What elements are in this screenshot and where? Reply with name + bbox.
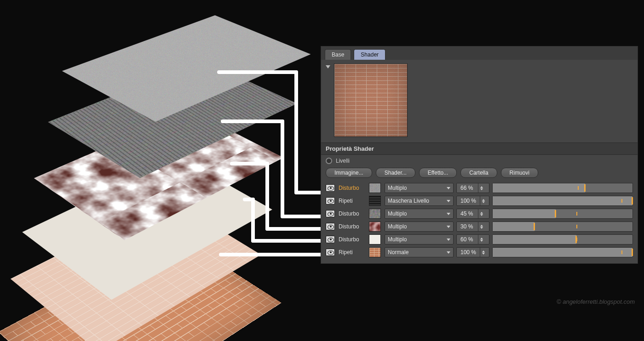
shader-panel: Base Shader Proprietà Shader Livelli Imm… xyxy=(321,46,638,264)
layer-row[interactable]: DisturboMultiplo60 % xyxy=(326,233,633,246)
spinner-arrows-icon[interactable] xyxy=(478,222,484,231)
opacity-slider[interactable] xyxy=(492,222,633,232)
opacity-slider[interactable] xyxy=(492,209,633,219)
rimuovi-button[interactable]: Rimuovi xyxy=(501,168,538,178)
immagine-button[interactable]: Immagine... xyxy=(326,168,372,178)
chevron-down-icon xyxy=(447,200,450,202)
opacity-spinner[interactable]: 60 % xyxy=(456,234,489,244)
blend-mode-select[interactable]: Normale xyxy=(385,247,454,257)
opacity-slider[interactable] xyxy=(492,247,633,257)
layer-name[interactable]: Disturbo xyxy=(339,223,366,230)
opacity-slider[interactable] xyxy=(492,183,633,193)
layer-thumbnail[interactable] xyxy=(369,247,381,257)
visibility-toggle-icon[interactable] xyxy=(326,223,335,230)
opacity-slider[interactable] xyxy=(492,234,633,244)
opacity-spinner[interactable]: 100 % xyxy=(456,247,489,257)
blend-mode-select[interactable]: Multiplo xyxy=(385,209,454,219)
layer-name[interactable]: Ripeti xyxy=(339,249,366,256)
opacity-slider[interactable] xyxy=(492,196,633,206)
layer-thumbnail[interactable] xyxy=(369,222,381,232)
opacity-spinner[interactable]: 30 % xyxy=(456,222,489,232)
radio-livelli[interactable] xyxy=(326,158,332,164)
spinner-arrows-icon[interactable] xyxy=(478,235,484,244)
effetto-button[interactable]: Effetto... xyxy=(419,168,457,178)
shader-preview[interactable] xyxy=(334,63,408,137)
layer-row[interactable]: DisturboMultiplo30 % xyxy=(326,220,633,233)
layer-list: DisturboMultiplo66 %RipetiMaschera Livel… xyxy=(321,182,638,263)
section-title: Proprietà Shader xyxy=(321,142,638,155)
layer-name[interactable]: Disturbo xyxy=(339,210,366,217)
blend-mode-select[interactable]: Maschera Livello xyxy=(385,196,454,206)
visibility-toggle-icon[interactable] xyxy=(326,197,335,205)
tab-shader[interactable]: Shader xyxy=(354,49,385,60)
layer-row[interactable]: DisturboMultiplo45 % xyxy=(326,207,633,220)
blend-mode-select[interactable]: Multiplo xyxy=(385,183,454,193)
tab-bar: Base Shader xyxy=(321,46,638,60)
credit-text: © angeloferretti.blogspot.com xyxy=(557,298,635,305)
tab-base[interactable]: Base xyxy=(325,49,351,60)
layer-thumbnail[interactable] xyxy=(369,196,381,206)
layer-thumbnail[interactable] xyxy=(369,234,381,244)
layer-row[interactable]: RipetiMaschera Livello100 % xyxy=(326,194,633,207)
disclosure-triangle-icon[interactable] xyxy=(326,65,330,68)
chevron-down-icon xyxy=(447,213,450,215)
layer-row[interactable]: DisturboMultiplo66 % xyxy=(326,182,633,194)
layer-thumbnail[interactable] xyxy=(369,209,381,219)
visibility-toggle-icon[interactable] xyxy=(326,236,335,243)
layer-row[interactable]: RipetiNormale100 % xyxy=(326,246,633,259)
spinner-arrows-icon[interactable] xyxy=(478,209,484,218)
visibility-toggle-icon[interactable] xyxy=(326,184,335,192)
shader-button[interactable]: Shader... xyxy=(376,168,415,178)
chevron-down-icon xyxy=(447,187,450,189)
cartella-button[interactable]: Cartella xyxy=(460,168,497,178)
blend-mode-select[interactable]: Multiplo xyxy=(385,222,454,232)
spinner-arrows-icon[interactable] xyxy=(478,183,484,193)
layer-thumbnail[interactable] xyxy=(369,183,381,193)
spinner-arrows-icon[interactable] xyxy=(480,196,486,205)
opacity-spinner[interactable]: 45 % xyxy=(456,209,489,219)
layer-name[interactable]: Ripeti xyxy=(339,198,366,204)
visibility-toggle-icon[interactable] xyxy=(326,249,335,256)
layer-name[interactable]: Disturbo xyxy=(339,236,366,243)
visibility-toggle-icon[interactable] xyxy=(326,210,335,217)
layer-stack-illustration xyxy=(0,0,322,341)
chevron-down-icon xyxy=(447,239,450,241)
chevron-down-icon xyxy=(447,251,450,254)
spinner-arrows-icon[interactable] xyxy=(480,248,486,257)
chevron-down-icon xyxy=(447,226,450,228)
button-row: Immagine... Shader... Effetto... Cartell… xyxy=(321,167,638,182)
layer-name[interactable]: Disturbo xyxy=(339,185,366,191)
radio-livelli-label: Livelli xyxy=(336,158,350,164)
opacity-spinner[interactable]: 100 % xyxy=(456,196,489,206)
blend-mode-select[interactable]: Multiplo xyxy=(385,234,454,244)
opacity-spinner[interactable]: 66 % xyxy=(456,183,489,193)
